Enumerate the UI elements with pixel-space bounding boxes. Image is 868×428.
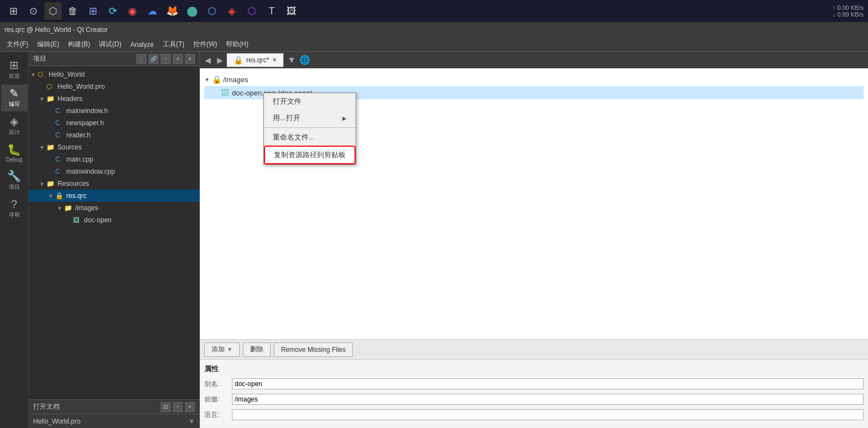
context-menu-copy-path[interactable]: 复制资源路径到剪贴板 xyxy=(264,146,356,164)
tree-item-resources[interactable]: ▼ 📁 Resources xyxy=(29,178,199,190)
header-icon-reader: C xyxy=(55,131,64,139)
menu-analyze[interactable]: Analyze xyxy=(126,40,158,50)
start-button[interactable]: ⊞ xyxy=(4,2,22,20)
header-icon-mainwindow: C xyxy=(55,107,64,115)
panel-filter-btn[interactable]: ⋮ xyxy=(136,54,146,64)
tab-lock-icon: 🔒 xyxy=(234,56,243,65)
open-doc-panel: 打开文档 ⊡ − + xyxy=(29,399,199,414)
tree-item-hello-world-pro[interactable]: ⬡ Hello_World.pro xyxy=(29,81,199,93)
expand-sources: ▼ xyxy=(38,145,46,151)
qrc-item-images[interactable]: ▼ 🔒 /images xyxy=(204,73,864,86)
taskbar-icon-1[interactable]: ⬡ xyxy=(44,2,62,20)
tree-item-images-folder[interactable]: ▼ 📁 /images xyxy=(29,202,199,214)
context-menu-open-with[interactable]: 用...打开 ▶ xyxy=(264,110,356,126)
taskbar-icon-13[interactable]: 🖼 xyxy=(283,2,300,20)
tree-item-mainwindow-h[interactable]: C mainwindow.h xyxy=(29,105,199,117)
menu-build[interactable]: 构建(B) xyxy=(63,39,94,50)
expand-resources: ▼ xyxy=(38,181,46,187)
open-doc-resize-btn[interactable]: ⊡ xyxy=(161,402,171,412)
taskbar-icon-6[interactable]: ☁ xyxy=(144,2,161,20)
tree-item-sources[interactable]: ▼ 📁 Sources xyxy=(29,141,199,153)
tree-item-hello-world[interactable]: ▼ ⬡ Hello_World xyxy=(29,68,199,81)
sidebar-item-label-edit: 编写 xyxy=(9,100,20,108)
sidebar-item-help[interactable]: ? 寻帮 xyxy=(1,195,28,222)
prop-row-alias: 别名: xyxy=(204,377,864,390)
tree-item-reader-h[interactable]: C reader.h xyxy=(29,129,199,141)
open-doc-arrow[interactable]: ▼ xyxy=(188,418,195,425)
project-tree: ▼ ⬡ Hello_World ⬡ Hello_World.pro ▼ 📁 He… xyxy=(29,66,199,399)
taskbar-icon-10[interactable]: ◈ xyxy=(223,2,241,20)
menu-file[interactable]: 文件(F) xyxy=(2,39,33,50)
tree-item-headers[interactable]: ▼ 📁 Headers xyxy=(29,93,199,105)
expand-hello-world: ▼ xyxy=(29,72,38,78)
label-sources: Sources xyxy=(57,143,82,151)
remove-missing-button[interactable]: Remove Missing Files xyxy=(274,343,353,357)
sidebar-item-design[interactable]: ◈ 设计 xyxy=(1,113,28,140)
taskbar-icon-8[interactable]: ⬤ xyxy=(183,2,201,20)
tree-item-mainwindow-cpp[interactable]: C mainwindow.cpp xyxy=(29,165,199,178)
menu-debug[interactable]: 调试(D) xyxy=(94,39,126,50)
tab-label: res.qrc* xyxy=(246,56,269,64)
taskbar-search[interactable]: ⊙ xyxy=(24,2,42,20)
menu-widgets[interactable]: 控件(W) xyxy=(189,39,221,50)
qrc-lock-icon-images: 🔒 xyxy=(212,75,223,84)
sidebar-item-debug[interactable]: 🐛 Debug xyxy=(1,141,28,166)
menu-edit[interactable]: 编辑(E) xyxy=(33,39,63,50)
label-hello-world-pro: Hello_World.pro xyxy=(57,83,105,90)
sidebar-item-welcome[interactable]: ⊞ 欢迎 xyxy=(1,56,28,83)
tree-item-res-qrc[interactable]: ▼ 🔒 res.qrc xyxy=(29,190,199,202)
taskbar-icon-4[interactable]: ⟳ xyxy=(104,2,121,20)
taskbar-icon-3[interactable]: ⊞ xyxy=(84,2,102,20)
tab-dropdown-btn[interactable]: ▼ xyxy=(287,55,296,65)
welcome-icon: ⊞ xyxy=(9,60,19,71)
tab-globe-btn[interactable]: 🌐 xyxy=(299,55,310,65)
tab-res-qrc[interactable]: 🔒 res.qrc* ✕ xyxy=(226,53,284,67)
tree-item-doc-open[interactable]: 🖼 doc-open xyxy=(29,214,199,226)
add-button[interactable]: 添加 ▼ xyxy=(204,343,240,357)
label-hello-world: Hello_World xyxy=(49,71,84,78)
open-doc-filename: Hello_World.pro xyxy=(33,418,81,425)
cpp-icon-mainwindow: C xyxy=(55,168,64,175)
sidebar-item-edit[interactable]: ✎ 编写 xyxy=(1,84,28,111)
panel-close-btn[interactable]: × xyxy=(185,54,195,64)
panel-plus-btn[interactable]: + xyxy=(173,54,183,64)
project-panel: 项目 ⋮ 🔗 − + × ▼ ⬡ Hello_World ⬡ Hello_Wor xyxy=(29,52,200,428)
label-headers: Headers xyxy=(57,95,82,103)
tab-back-btn[interactable]: ◀ xyxy=(202,54,213,66)
context-menu-rename[interactable]: 重命名文件... xyxy=(264,129,356,146)
taskbar-icon-12[interactable]: T xyxy=(263,2,280,20)
qrc-image-icon-doc-open: 🖼 xyxy=(221,88,232,97)
taskbar-icon-2[interactable]: 🗑 xyxy=(64,2,82,20)
add-dropdown-arrow: ▼ xyxy=(227,346,232,352)
open-doc-minus-btn[interactable]: − xyxy=(173,402,183,412)
remove-missing-label: Remove Missing Files xyxy=(281,346,346,354)
sidebar-item-project[interactable]: 🔧 项目 xyxy=(1,167,28,194)
expand-headers: ▼ xyxy=(38,96,46,102)
tab-fwd-btn[interactable]: ▶ xyxy=(214,54,225,66)
tab-close-btn[interactable]: ✕ xyxy=(272,57,277,63)
taskbar-icon-9[interactable]: ⬡ xyxy=(203,2,221,20)
pro-file-icon: ⬡ xyxy=(46,83,55,90)
taskbar-icon-5[interactable]: ◉ xyxy=(124,2,141,20)
prop-input-alias[interactable] xyxy=(232,378,864,389)
panel-link-btn[interactable]: 🔗 xyxy=(149,54,158,64)
sidebar-item-label-debug: Debug xyxy=(6,157,22,163)
prop-input-prefix[interactable] xyxy=(232,394,864,405)
open-doc-plus-btn[interactable]: + xyxy=(185,402,195,412)
panel-minus-btn[interactable]: − xyxy=(161,54,171,64)
context-menu-open-file[interactable]: 打开文件 xyxy=(264,93,356,110)
delete-button[interactable]: 删除 xyxy=(243,343,271,357)
tree-item-newspaper-h[interactable]: C newspaper.h xyxy=(29,117,199,129)
taskbar-icon-11[interactable]: ⬡ xyxy=(243,2,261,20)
header-icon-newspaper: C xyxy=(55,119,64,127)
sidebar-item-label-welcome: 欢迎 xyxy=(9,72,20,80)
prop-input-language[interactable] xyxy=(232,409,864,420)
label-res-qrc: res.qrc xyxy=(66,192,87,200)
taskbar-icon-7[interactable]: 🦊 xyxy=(163,2,181,20)
open-doc-filename-bar: Hello_World.pro ▼ xyxy=(29,414,199,428)
menu-tools[interactable]: 工具(T) xyxy=(158,39,189,50)
tree-item-main-cpp[interactable]: C main.cpp xyxy=(29,153,199,165)
tab-bar: ◀ ▶ 🔒 res.qrc* ✕ ▼ 🌐 xyxy=(200,52,868,68)
menu-help[interactable]: 帮助(H) xyxy=(221,39,253,50)
delete-label: 删除 xyxy=(250,345,263,354)
